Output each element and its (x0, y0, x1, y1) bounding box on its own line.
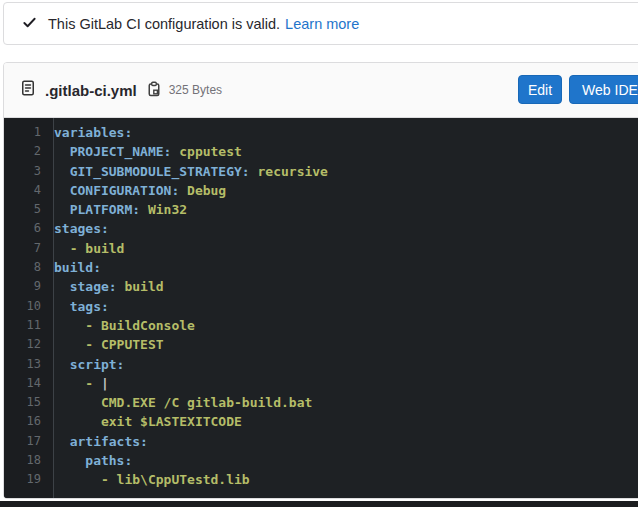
validation-message: This GitLab CI configuration is valid. (48, 16, 280, 32)
code-text: paths: (54, 451, 132, 470)
line-number[interactable]: 3 (4, 162, 54, 181)
line-number[interactable]: 7 (4, 239, 54, 258)
code-text: PROJECT_NAME: cpputest (54, 142, 242, 161)
line-number[interactable]: 17 (4, 432, 54, 451)
code-line: 6stages: (4, 219, 638, 238)
code-text: exit $LASTEXITCODE (54, 412, 242, 431)
line-number[interactable]: 8 (4, 258, 54, 277)
code-line: 10 tags: (4, 297, 638, 316)
line-number[interactable]: 15 (4, 393, 54, 412)
code-text: tags: (54, 297, 109, 316)
code-text: - build (54, 239, 124, 258)
code-line: 18 paths: (4, 451, 638, 470)
file-header: .gitlab-ci.yml 325 Bytes Edit Web IDE (4, 63, 638, 118)
code-line: 13 script: (4, 355, 638, 374)
code-text: build: (54, 258, 101, 277)
line-number[interactable]: 12 (4, 335, 54, 354)
line-number[interactable]: 2 (4, 142, 54, 161)
code-text: CONFIGURATION: Debug (54, 181, 226, 200)
code-line: 19 - lib\CppUTestd.lib (4, 470, 638, 489)
code-line: 12 - CPPUTEST (4, 335, 638, 354)
web-ide-button[interactable]: Web IDE (569, 75, 638, 104)
check-icon (22, 15, 37, 33)
code-lines: 1variables:2 PROJECT_NAME: cpputest3 GIT… (4, 123, 638, 490)
line-number[interactable]: 6 (4, 219, 54, 238)
code-line: 3 GIT_SUBMODULE_STRATEGY: recursive (4, 162, 638, 181)
line-number[interactable]: 19 (4, 470, 54, 489)
code-line: 14 - | (4, 374, 638, 393)
file-viewer: .gitlab-ci.yml 325 Bytes Edit Web IDE 1v… (3, 62, 638, 499)
code-line: 4 CONFIGURATION: Debug (4, 181, 638, 200)
code-line: 8build: (4, 258, 638, 277)
line-number[interactable]: 10 (4, 297, 54, 316)
code-text: - lib\CppUTestd.lib (54, 470, 250, 489)
code-text: script: (54, 355, 124, 374)
code-line: 15 CMD.EXE /C gitlab-build.bat (4, 393, 638, 412)
code-text: - | (54, 374, 109, 393)
learn-more-link[interactable]: Learn more (285, 16, 359, 32)
code-text: CMD.EXE /C gitlab-build.bat (54, 393, 312, 412)
code-viewer: 1variables:2 PROJECT_NAME: cpputest3 GIT… (4, 118, 638, 498)
code-text: GIT_SUBMODULE_STRATEGY: recursive (54, 162, 328, 181)
line-number[interactable]: 5 (4, 200, 54, 219)
line-number[interactable]: 1 (4, 123, 54, 142)
validation-banner: This GitLab CI configuration is valid. L… (3, 2, 638, 45)
code-line: 2 PROJECT_NAME: cpputest (4, 142, 638, 161)
code-text: variables: (54, 123, 132, 142)
code-line: 17 artifacts: (4, 432, 638, 451)
code-line: 9 stage: build (4, 277, 638, 296)
code-text: stages: (54, 219, 109, 238)
line-number[interactable]: 14 (4, 374, 54, 393)
line-number[interactable]: 18 (4, 451, 54, 470)
document-icon (20, 80, 36, 100)
copy-icon (146, 81, 162, 100)
line-number[interactable]: 11 (4, 316, 54, 335)
code-line: 1variables: (4, 123, 638, 142)
code-line: 7 - build (4, 239, 638, 258)
code-text: - BuildConsole (54, 316, 195, 335)
line-number[interactable]: 16 (4, 412, 54, 431)
line-number[interactable]: 4 (4, 181, 54, 200)
copy-file-path-button[interactable] (146, 81, 162, 100)
edit-button[interactable]: Edit (518, 75, 562, 104)
code-text: stage: build (54, 277, 164, 296)
line-number[interactable]: 13 (4, 355, 54, 374)
code-text: artifacts: (54, 432, 148, 451)
code-text: - CPPUTEST (54, 335, 164, 354)
code-line: 5 PLATFORM: Win32 (4, 200, 638, 219)
next-section-strip (0, 501, 638, 507)
line-number[interactable]: 9 (4, 277, 54, 296)
code-line: 11 - BuildConsole (4, 316, 638, 335)
code-text: PLATFORM: Win32 (54, 200, 187, 219)
file-size: 325 Bytes (169, 83, 222, 97)
file-name: .gitlab-ci.yml (45, 82, 137, 99)
code-line: 16 exit $LASTEXITCODE (4, 412, 638, 431)
